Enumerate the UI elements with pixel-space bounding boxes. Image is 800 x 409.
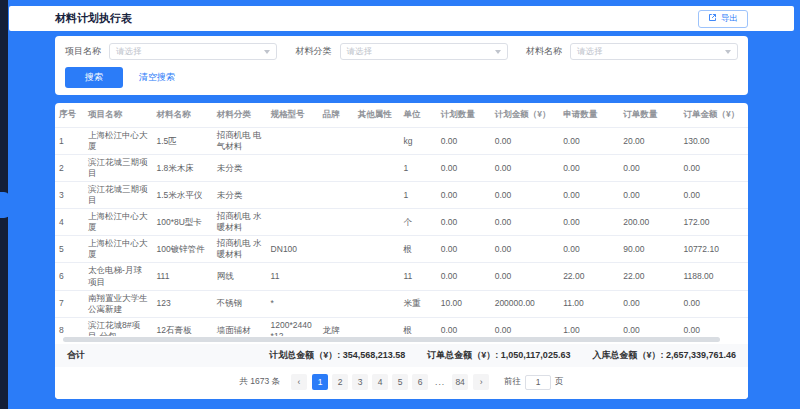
table-cell [354,290,400,317]
table-row[interactable]: 2滨江花城三期项目1.8米木床未分类10.000.000.000.000.00 [55,155,748,182]
page-button[interactable]: 4 [372,374,388,390]
pager-pages: 123456...84 [312,374,468,390]
pager-prev-button[interactable]: ‹ [291,374,307,390]
table-cell [354,182,400,209]
table-cell: 200.00 [619,209,679,236]
table-cell: 1 [399,182,436,209]
table-cell: 墙面辅材 [213,317,267,336]
table-cell: 12石膏板 [153,317,213,336]
table-cell: 招商机电 水暖材料 [213,236,267,263]
table-cell: 米重 [399,290,436,317]
table-cell: 0.00 [679,155,748,182]
table-cell: 20.00 [619,128,679,155]
materials-table: 序号项目名称材料名称材料分类规格型号品牌其他属性单位计划数量计划金额（¥）申请数… [55,103,748,336]
table-cell [318,209,353,236]
column-header: 订单数量 [619,103,679,128]
select-placeholder: 请选择 [116,46,142,58]
table-cell: 未分类 [213,182,267,209]
goto-page: 前往 页 [504,375,564,390]
pager-next-button[interactable]: › [473,374,489,390]
table-cell [354,155,400,182]
table-cell: 11 [399,263,436,290]
column-header: 材料名称 [153,103,213,128]
table-row[interactable]: 4上海松江中心大厦100*8U型卡招商机电 水暖材料个0.000.000.002… [55,209,748,236]
table-cell: 90.00 [619,236,679,263]
table-cell: 龙牌 [318,317,353,336]
table-cell: 0.00 [679,290,748,317]
page-button[interactable]: 5 [392,374,408,390]
table-row[interactable]: 3滨江花城三期项目1.5米水平仪未分类10.000.000.000.000.00 [55,182,748,209]
page-button[interactable]: 1 [312,374,328,390]
page-button[interactable]: 3 [352,374,368,390]
table-cell [354,128,400,155]
page-title: 材料计划执行表 [55,11,132,26]
table-cell: 0.00 [491,128,559,155]
chevron-down-icon [264,50,270,54]
export-button[interactable]: 导出 [698,10,748,28]
column-header: 项目名称 [84,103,152,128]
column-header: 计划数量 [437,103,491,128]
table-cell: 100镀锌管件 [153,236,213,263]
page-button[interactable]: 2 [332,374,348,390]
scrollbar-thumb[interactable] [63,337,720,342]
export-icon [708,13,717,24]
filter-field: 材料分类请选择 [296,43,508,60]
filter-select[interactable]: 请选择 [109,43,277,60]
table-cell: 8 [55,317,84,336]
table-row[interactable]: 1上海松江中心大厦1.5匹招商机电 电气材料kg0.000.000.0020.0… [55,128,748,155]
filter-field: 项目名称请选择 [65,43,277,60]
table-cell [318,182,353,209]
table-cell: 0.00 [619,155,679,182]
table-cell [318,263,353,290]
table-cell: 0.00 [437,209,491,236]
goto-page-input[interactable] [525,375,551,390]
select-placeholder: 请选择 [347,46,373,58]
filter-panel: 项目名称请选择材料分类请选择材料名称请选择 搜索 清空搜索 [55,36,748,95]
table-cell: 0.00 [619,317,679,336]
table-cell: 0.00 [491,209,559,236]
table-cell: 未分类 [213,155,267,182]
table-cell: 0.00 [437,182,491,209]
filter-fields: 项目名称请选择材料分类请选择材料名称请选择 [65,43,738,60]
table-cell: 200000.00 [491,290,559,317]
column-header: 序号 [55,103,84,128]
table-cell [318,290,353,317]
filter-select[interactable]: 请选择 [570,43,738,60]
select-placeholder: 请选择 [577,46,603,58]
page-button[interactable]: 6 [412,374,428,390]
clear-search-button[interactable]: 清空搜索 [139,71,175,84]
filter-select[interactable]: 请选择 [340,43,508,60]
export-button-label: 导出 [721,13,738,25]
table-cell: 6 [55,263,84,290]
table-cell: 1.00 [559,317,619,336]
column-header: 材料分类 [213,103,267,128]
table-header-row: 序号项目名称材料名称材料分类规格型号品牌其他属性单位计划数量计划金额（¥）申请数… [55,103,748,128]
table-body: 1上海松江中心大厦1.5匹招商机电 电气材料kg0.000.000.0020.0… [55,128,748,337]
summary-item-value: 2,657,339,761.46 [663,350,736,360]
table-cell: DN100 [267,236,319,263]
column-header: 申请数量 [559,103,619,128]
table-cell: 1.5米水平仪 [153,182,213,209]
pager-ellipsis[interactable]: ... [432,374,448,390]
pagination-total: 共 1673 条 [239,376,280,388]
table-row[interactable]: 5上海松江中心大厦100镀锌管件招商机电 水暖材料DN100根0.000.000… [55,236,748,263]
table-cell: 100*8U型卡 [153,209,213,236]
table-cell: 3 [55,182,84,209]
table-cell: 上海松江中心大厦 [84,128,152,155]
table-cell: 4 [55,209,84,236]
table-cell: 111 [153,263,213,290]
page-button[interactable]: 84 [452,374,468,390]
table-cell: 0.00 [619,182,679,209]
table-cell: 10.00 [437,290,491,317]
table-row[interactable]: 6太仓电梯-月球项目111网线11110.000.0022.0022.00118… [55,263,748,290]
table-row[interactable]: 7南翔置业大学生公寓新建123不锈钢*米重10.00200000.0011.00… [55,290,748,317]
table-cell: 10772.10 [679,236,748,263]
table-row[interactable]: 8滨江花城8#项目-分包12石膏板墙面辅材1200*2440*12龙牌根0.00… [55,317,748,336]
search-button[interactable]: 搜索 [65,67,123,88]
sidebar-expand-handle[interactable] [0,192,10,218]
table-cell: 0.00 [559,236,619,263]
table-cell: 上海松江中心大厦 [84,209,152,236]
column-header: 订单金额（¥） [679,103,748,128]
table-cell [354,236,400,263]
goto-prefix: 前往 [504,376,521,388]
